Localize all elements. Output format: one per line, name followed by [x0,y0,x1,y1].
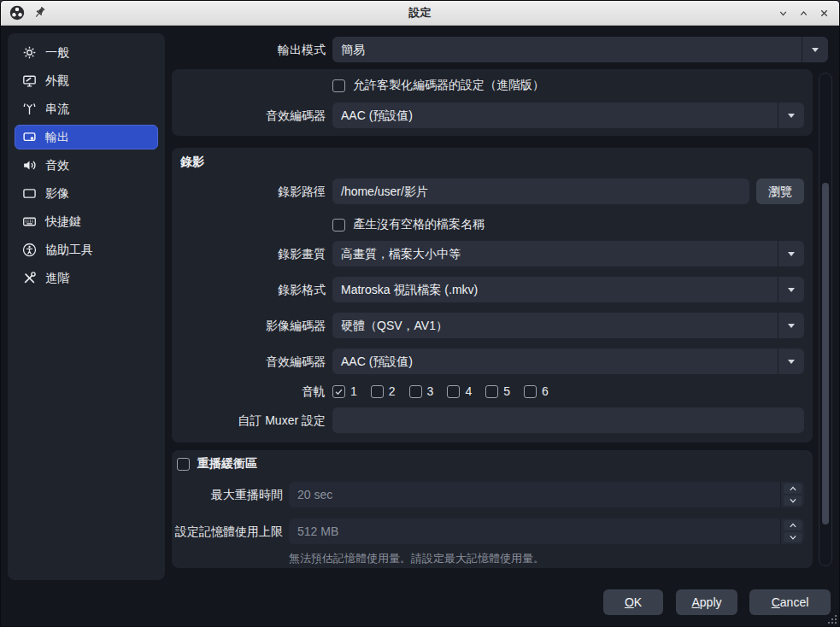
output-mode-label: 輸出模式 [172,37,326,62]
ok-button-label: K [634,595,642,609]
chevron-up-icon [789,522,797,529]
spinner-buttons [780,519,804,544]
audio-track-3-checkbox[interactable] [409,385,422,398]
custom-encoder-checkbox[interactable] [332,79,345,92]
spin-down-button[interactable] [784,532,802,542]
recording-path-label: 錄影路徑 [172,179,326,204]
roll-up-button[interactable] [793,3,814,23]
titlebar[interactable]: 設定 [1,1,839,26]
recording-audio-encoder-value: AAC (預設值) [341,349,413,374]
memory-limit-value: 512 MB [297,519,338,544]
output-icon [22,130,37,144]
sidebar-item-audio[interactable]: 音效 [15,153,158,178]
audio-track-2[interactable]: 2 [371,384,396,398]
audio-track-6-checkbox[interactable] [524,385,537,398]
no-space-checkbox-row[interactable]: 產生沒有空格的檔案名稱 [332,217,485,232]
ok-button-mnemonic: O [625,595,634,609]
recording-audio-encoder-select[interactable]: AAC (預設值) [332,349,804,374]
memory-estimate-note: 無法預估記憶體使用量。請設定最大記憶體使用量。 [289,551,544,566]
sidebar-item-label: 外觀 [45,73,69,89]
check-icon [334,387,344,396]
max-replay-time-label: 最大重播時間 [172,482,283,507]
recording-group: 錄影 錄影路徑 /home/user/影片 瀏覽 產生沒有空格的檔案名稱 錄影畫… [172,148,813,442]
sidebar-item-label: 快捷鍵 [45,214,81,230]
no-space-checkbox[interactable] [332,219,345,231]
ok-button[interactable]: OK [603,589,663,615]
dropdown-arrow-icon [802,37,828,62]
audio-track-1-checkbox[interactable] [332,385,345,398]
hotkeys-icon [22,214,37,229]
window-title: 設定 [1,1,839,25]
stream-icon [22,102,37,116]
roll-down-button[interactable] [772,3,793,23]
encoder-settings-group: 允許客製化編碼器的設定（進階版） 音效編碼器 AAC (預設值) [172,69,813,136]
recording-format-label: 錄影格式 [172,277,326,302]
appearance-icon [22,73,37,88]
cancel-button-label: ancel [780,595,808,609]
spin-up-button[interactable] [784,483,802,494]
spinner-buttons [780,482,804,507]
audio-track-number: 1 [350,384,357,398]
spin-down-button[interactable] [784,495,802,506]
apply-button-label: pply [700,595,722,609]
audio-track-5[interactable]: 5 [485,384,510,398]
muxer-settings-input[interactable] [332,407,804,433]
sidebar-item-advanced[interactable]: 進階 [15,266,158,290]
audio-track-6[interactable]: 6 [524,384,549,398]
max-replay-time-spinner[interactable]: 20 sec [289,482,804,507]
audio-track-4-checkbox[interactable] [447,385,460,398]
sidebar-item-label: 串流 [45,102,69,117]
audio-track-number: 4 [465,384,472,398]
settings-scrollbar[interactable] [819,73,832,566]
sidebar-item-label: 影像 [45,186,69,202]
sidebar-item-label: 一般 [45,45,69,61]
sidebar-item-stream[interactable]: 串流 [15,97,158,121]
custom-encoder-checkbox-label: 允許客製化編碼器的設定（進階版） [353,78,544,93]
sidebar-item-label: 協助工具 [45,243,93,258]
sidebar-item-video[interactable]: 影像 [15,181,158,206]
cancel-button[interactable]: Cancel [749,589,831,615]
dropdown-arrow-icon [778,277,804,302]
dropdown-arrow-icon [778,103,804,128]
audio-track-1[interactable]: 1 [332,384,357,398]
output-mode-select[interactable]: 簡易 [332,37,828,62]
audio-encoder-select[interactable]: AAC (預設值) [332,103,804,128]
recording-format-select[interactable]: Matroska 視訊檔案 (.mkv) [332,277,804,302]
video-encoder-select[interactable]: 硬體（QSV，AV1） [332,313,804,338]
sidebar-item-output[interactable]: 輸出 [15,125,158,149]
custom-encoder-checkbox-row[interactable]: 允許客製化編碼器的設定（進階版） [332,78,544,93]
recording-header: 錄影 [180,155,204,170]
recording-format-value: Matroska 視訊檔案 (.mkv) [341,277,478,302]
audio-track-3[interactable]: 3 [409,384,434,398]
audio-track-2-checkbox[interactable] [371,385,384,398]
resize-grip[interactable] [825,612,837,624]
recording-quality-select[interactable]: 高畫質，檔案大小中等 [332,241,804,267]
cancel-button-mnemonic: C [772,595,780,609]
max-replay-time-value: 20 sec [297,482,332,507]
apply-button[interactable]: Apply [676,589,737,615]
replay-buffer-checkbox[interactable] [177,458,190,471]
audio-track-4[interactable]: 4 [447,384,472,398]
browse-button[interactable]: 瀏覽 [756,179,804,204]
dropdown-arrow-icon [778,241,804,267]
sidebar-item-hotkeys[interactable]: 快捷鍵 [15,209,158,234]
chevron-up-icon [798,8,809,19]
memory-limit-spinner[interactable]: 512 MB [289,519,804,544]
spin-up-button[interactable] [784,520,802,530]
no-space-checkbox-label: 產生沒有空格的檔案名稱 [353,217,485,232]
recording-path-input[interactable]: /home/user/影片 [332,179,749,204]
sidebar-item-accessibility[interactable]: 協助工具 [15,237,158,262]
sidebar-item-appearance[interactable]: 外觀 [15,68,158,93]
close-button[interactable] [814,3,834,23]
audio-track-5-checkbox[interactable] [485,385,498,398]
accessibility-icon [22,243,37,257]
scrollbar-thumb[interactable] [822,183,829,524]
apply-button-mnemonic: A [691,595,699,609]
replay-buffer-checkbox-row[interactable]: 重播緩衝區 [177,456,257,472]
audio-tracks-row: 1 2 3 4 5 6 [332,378,562,404]
audio-encoder-value: AAC (預設值) [341,103,413,128]
chevron-down-icon [778,8,789,19]
sidebar-item-general[interactable]: 一般 [15,40,158,65]
audio-track-number: 2 [389,384,396,398]
recording-quality-value: 高畫質，檔案大小中等 [341,241,461,267]
